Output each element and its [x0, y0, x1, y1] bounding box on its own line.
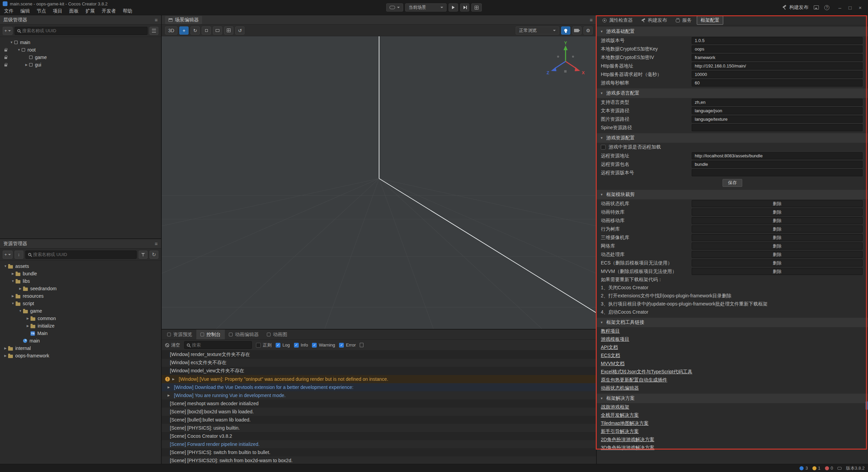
module-delete-button[interactable]: 删除: [692, 217, 863, 224]
config-input-field[interactable]: [695, 55, 860, 60]
lock-column[interactable]: [3, 48, 9, 52]
config-input-field[interactable]: [695, 72, 860, 77]
log-row[interactable]: [Window] render_texture文件夹不存在: [162, 351, 596, 359]
scene-viewport[interactable]: Y X Z: [162, 36, 596, 329]
log-filter-checkbox[interactable]: Info: [294, 342, 308, 348]
module-delete-button[interactable]: 删除: [692, 259, 863, 267]
console-tab[interactable]: 控制台: [196, 330, 225, 339]
config-input[interactable]: [692, 71, 863, 78]
inspector-tab[interactable]: 构建发布: [638, 16, 671, 25]
tree-expand-arrow[interactable]: [3, 264, 8, 268]
hierarchy-node[interactable]: game: [0, 54, 161, 61]
save-button[interactable]: 保存: [723, 179, 742, 187]
log-row[interactable]: [Scene] [PHYSICS]: using builtin.: [162, 424, 596, 432]
menu-item[interactable]: 帮助: [119, 8, 136, 14]
tree-expand-arrow[interactable]: [3, 347, 8, 350]
log-row[interactable]: [Window] You are running Vue in developm…: [162, 391, 596, 399]
asset-node[interactable]: game: [0, 307, 161, 315]
hierarchy-filter-button[interactable]: [150, 27, 158, 35]
move-tool-button[interactable]: +: [179, 26, 189, 35]
solution-link[interactable]: 战旗游戏框架: [601, 404, 629, 410]
log-filter-checkbox[interactable]: Error: [339, 342, 356, 348]
tree-expand-arrow[interactable]: [18, 309, 23, 313]
scale-tool-button[interactable]: [202, 26, 211, 35]
section-header-basic[interactable]: 游戏基础配置: [597, 27, 868, 36]
view-mode-select[interactable]: 正常浏览: [516, 26, 559, 35]
config-input-field[interactable]: [695, 153, 860, 158]
rect-tool-button[interactable]: [213, 26, 222, 35]
tree-expand-arrow[interactable]: [10, 294, 16, 298]
assets-filter-button[interactable]: [139, 251, 147, 259]
asset-node[interactable]: resources: [0, 292, 161, 300]
log-row[interactable]: [Scene] [bullet]:bullet wasm lib loaded.: [162, 416, 596, 424]
module-delete-button[interactable]: 删除: [692, 225, 863, 233]
orientation-gizmo[interactable]: Y X Z: [545, 41, 586, 82]
assets-search-input[interactable]: [33, 252, 134, 257]
config-input[interactable]: [692, 161, 863, 168]
solution-link[interactable]: 新手引导解决方案: [601, 429, 639, 435]
module-delete-button[interactable]: 删除: [692, 242, 863, 250]
log-row[interactable]: [Scene] [PHYSICS2D]: switch from box2d-w…: [162, 456, 596, 464]
log-expand-arrow[interactable]: [167, 394, 172, 397]
lock-column[interactable]: [3, 41, 9, 44]
coordinate-tool-button[interactable]: ↺: [235, 26, 244, 35]
hierarchy-node[interactable]: root: [0, 46, 161, 54]
solution-link[interactable]: 3D角色扮演游戏解决方案: [601, 445, 654, 451]
log-row[interactable]: [Scene] meshopt wasm decoder initialized: [162, 399, 596, 408]
solution-link[interactable]: 2D角色扮演游戏解决方案: [601, 437, 654, 443]
asset-node[interactable]: Main: [0, 330, 161, 337]
projection-3d-button[interactable]: 3D: [165, 26, 177, 35]
config-input-field[interactable]: [695, 162, 860, 167]
tree-expand-arrow[interactable]: [25, 317, 31, 320]
console-tab[interactable]: 动画图: [263, 330, 291, 339]
config-input[interactable]: [692, 45, 863, 53]
section-header-resource[interactable]: 游戏资源配置: [597, 133, 868, 143]
solution-link[interactable]: Tiledmap地图解决方案: [601, 420, 649, 427]
log-row[interactable]: [Window] ecs文件夹不存在: [162, 359, 596, 367]
menu-item[interactable]: 文件: [1, 8, 17, 14]
asset-node[interactable]: bundle: [0, 270, 161, 277]
asset-node[interactable]: libs: [0, 277, 161, 285]
clear-console-button[interactable]: 清空: [165, 342, 180, 348]
maximize-button[interactable]: □: [845, 2, 855, 13]
module-delete-button[interactable]: 删除: [692, 234, 863, 241]
log-expand-arrow[interactable]: [167, 386, 172, 389]
hierarchy-node[interactable]: main: [0, 39, 161, 46]
asset-node[interactable]: initialize: [0, 322, 161, 330]
module-delete-button[interactable]: 删除: [692, 268, 863, 275]
inspector-scrollbar-thumb[interactable]: [866, 401, 868, 410]
tree-expand-arrow[interactable]: [16, 48, 22, 52]
screenshot-icon[interactable]: [814, 5, 819, 9]
tree-expand-arrow[interactable]: [9, 41, 14, 44]
config-input[interactable]: [692, 124, 863, 131]
log-row[interactable]: [Window] [Vue warn]: Property "onInput" …: [162, 375, 596, 383]
asset-node[interactable]: internal: [0, 345, 161, 352]
warning-count[interactable]: 1: [812, 466, 821, 471]
config-input-field[interactable]: [695, 100, 860, 105]
create-asset-button[interactable]: +: [3, 251, 13, 259]
doc-link[interactable]: 教程项目: [601, 328, 620, 334]
log-row[interactable]: [Scene] [box2d]:box2d wasm lib loaded.: [162, 408, 596, 416]
config-input-field[interactable]: [695, 170, 860, 175]
panel-menu-icon[interactable]: ≡: [590, 17, 593, 22]
tree-expand-arrow[interactable]: [24, 63, 29, 66]
help-icon[interactable]: ?: [824, 5, 829, 10]
inspector-tab[interactable]: 服务: [672, 16, 695, 25]
doc-link[interactable]: API文档: [601, 345, 618, 351]
close-button[interactable]: ×: [855, 2, 865, 13]
doc-link[interactable]: 动画状态机编辑器: [601, 385, 639, 391]
info-count[interactable]: 3: [800, 466, 808, 471]
lighting-toggle-button[interactable]: [561, 26, 570, 35]
regex-checkbox[interactable]: 正则: [256, 342, 272, 348]
asset-node[interactable]: oops-framework: [0, 352, 161, 359]
section-header-modules[interactable]: 框架模块裁剪: [597, 190, 868, 199]
remote-load-checkbox[interactable]: [601, 145, 606, 150]
collapse-log-icon[interactable]: [360, 343, 363, 347]
camera-settings-button[interactable]: [572, 26, 581, 35]
tree-expand-arrow[interactable]: [3, 354, 8, 357]
minimize-button[interactable]: –: [835, 2, 845, 13]
config-input-field[interactable]: [695, 63, 860, 68]
config-input[interactable]: [692, 152, 863, 159]
menu-item[interactable]: 编辑: [17, 8, 33, 14]
scene-editor-tab[interactable]: 场景编辑器: [165, 16, 202, 24]
